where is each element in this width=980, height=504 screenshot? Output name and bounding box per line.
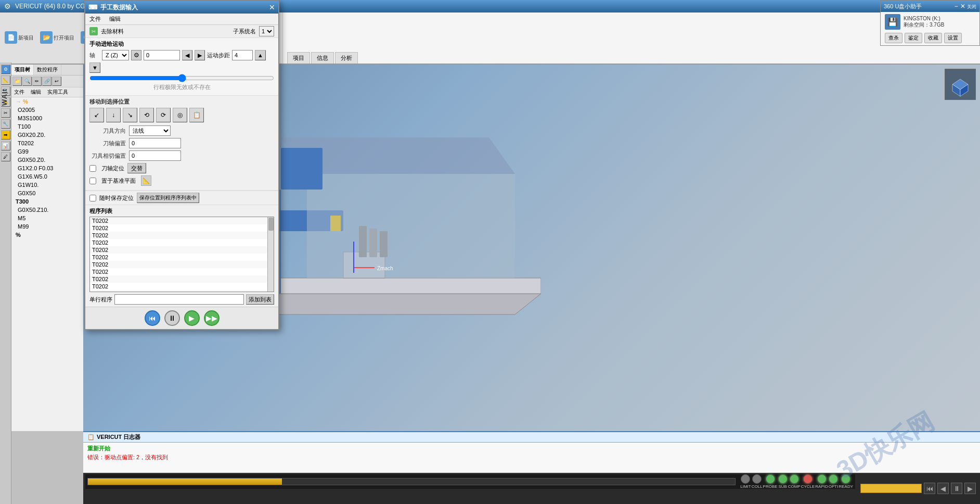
dialog-close-button[interactable]: ✕ — [269, 3, 275, 11]
tree-item-m5[interactable]: M5 — [11, 214, 92, 222]
dialog-menu-file[interactable]: 文件 — [87, 15, 103, 23]
nc-menu-edit[interactable]: 编辑 — [29, 88, 43, 96]
left-tool-8[interactable]: 📊 — [1, 141, 10, 150]
left-tool-6[interactable]: 🔧 — [1, 119, 10, 129]
tree-item-g0x50[interactable]: G0X50 — [11, 189, 92, 197]
usb-min-btn[interactable]: − — [955, 3, 958, 10]
prog-item-9[interactable]: T0202 — [90, 275, 267, 283]
tool-cut-offset-input[interactable] — [129, 150, 181, 161]
playback-forward[interactable]: ▶ — [964, 483, 976, 494]
prog-item-5[interactable]: T0202 — [90, 246, 267, 254]
tree-item-g0x50z10[interactable]: G0X50.Z10. — [11, 206, 92, 214]
subsystem-select[interactable]: 1 2 — [259, 26, 274, 36]
tool-axis-checkbox[interactable] — [89, 165, 96, 172]
move-icon-4[interactable]: ⟲ — [139, 108, 154, 122]
dialog-play-forward-btn[interactable]: ▶ — [184, 310, 200, 326]
tree-item-g99[interactable]: G99 — [11, 147, 92, 156]
prog-list-scrollbar[interactable] — [267, 217, 274, 292]
menu-project-tab[interactable]: 项目 — [287, 52, 310, 64]
left-tool-7[interactable]: ➡ — [1, 130, 10, 140]
tree-item-m3s1000[interactable]: M3S1000 — [11, 114, 92, 122]
dialog-play-fast-btn[interactable]: ▶▶ — [204, 310, 220, 326]
move-icon-2[interactable]: ↓ — [106, 108, 121, 122]
axis-select[interactable]: Z (Z) X (X) Y (Y) — [102, 50, 129, 60]
left-tool-5[interactable]: ✂ — [1, 108, 10, 118]
range-slider[interactable] — [89, 75, 274, 81]
tree-item-t100[interactable]: T100 — [11, 122, 92, 131]
step-input[interactable] — [232, 50, 253, 60]
usb-fix-btn[interactable]: 鉴定 — [905, 33, 922, 43]
move-icon-5[interactable]: ⟳ — [156, 108, 171, 122]
save-to-list-btn[interactable]: 保存位置到程序序列表中 — [137, 193, 199, 203]
axis-value-input[interactable] — [144, 50, 180, 60]
playback-pause[interactable]: ⏸ — [951, 483, 962, 494]
prog-item-1[interactable]: T0202 — [90, 217, 267, 224]
tree-item-arrow[interactable]: → % — [11, 97, 92, 106]
dialog-play-back-btn[interactable]: ⏮ — [145, 310, 160, 326]
move-icon-1[interactable]: ↙ — [89, 108, 104, 122]
panel-tb-4[interactable]: 🔗 — [42, 77, 51, 86]
tool-offset-input[interactable] — [129, 138, 181, 148]
playback-back[interactable]: ◀ — [937, 483, 949, 494]
tree-item-g0x20[interactable]: G0X20.Z0. — [11, 131, 92, 139]
tree-item-g1x6[interactable]: G1X6.W5.0 — [11, 172, 92, 181]
prog-item-11[interactable]: T0202 — [90, 290, 267, 292]
panel-tb-3[interactable]: ✏ — [32, 77, 42, 86]
coll-led — [752, 474, 762, 484]
usb-recover-btn[interactable]: 收藏 — [924, 33, 942, 43]
tree-item-g1x2[interactable]: G1X2.0 F0.03 — [11, 164, 92, 172]
tree-item-m99[interactable]: M99 — [11, 222, 92, 231]
axis-icon-btn[interactable]: ⚙ — [131, 50, 141, 60]
playback-skip-start[interactable]: ⏮ — [924, 483, 935, 494]
orientation-cube[interactable] — [945, 69, 976, 100]
single-prog-input[interactable] — [114, 294, 244, 305]
move-icon-7[interactable]: 📋 — [189, 108, 204, 122]
usb-settings-btn[interactable]: 设置 — [944, 33, 962, 43]
tree-item-t0202-1[interactable]: T0202 — [11, 139, 92, 147]
datum-plane-icon-btn[interactable]: 📐 — [141, 175, 151, 186]
prog-item-7[interactable]: T0202 — [90, 261, 267, 268]
auto-save-checkbox[interactable] — [89, 195, 96, 201]
prog-item-4[interactable]: T0202 — [90, 239, 267, 246]
datum-plane-checkbox[interactable] — [89, 178, 96, 184]
prog-item-3[interactable]: T0202 — [90, 232, 267, 239]
move-icon-3[interactable]: ↘ — [123, 108, 137, 122]
usb-scan-btn[interactable]: 查杀 — [885, 33, 902, 43]
tool-axis-alt-btn[interactable]: 交替 — [127, 163, 146, 173]
menu-analysis-tab[interactable]: 分析 — [335, 52, 358, 64]
tree-item-g1w10[interactable]: G1W10. — [11, 181, 92, 189]
tab-nc-program[interactable]: 数控程序 — [34, 65, 61, 75]
left-tool-1[interactable]: ⚙ — [1, 65, 10, 74]
tree-item-g0x50z0[interactable]: G0X50.Z0. — [11, 156, 92, 164]
move-pos-btn[interactable]: ▶ — [195, 50, 205, 60]
prog-item-8[interactable]: T0202 — [90, 268, 267, 275]
tree-item-o2005[interactable]: O2005 — [11, 106, 92, 114]
nc-menu-file[interactable]: 文件 — [12, 88, 26, 96]
panel-tb-1[interactable]: 📁 — [12, 77, 22, 86]
tool-dir-select[interactable]: 法线 X轴 Y轴 Z轴 — [129, 125, 171, 136]
step-up-btn[interactable]: ▲ — [255, 50, 266, 60]
prog-item-2[interactable]: T0202 — [90, 224, 267, 232]
open-project-button[interactable]: 📂 打开项目 — [37, 30, 77, 46]
add-to-list-btn[interactable]: 添加到表 — [246, 294, 274, 305]
prog-item-6[interactable]: T0202 — [90, 254, 267, 261]
datum-plane-row: 置于基准平面 📐 — [89, 175, 274, 186]
menu-info-tab[interactable]: 信息 — [311, 52, 334, 64]
step-down-btn[interactable]: ▼ — [89, 62, 100, 73]
move-icon-6[interactable]: ◎ — [173, 108, 187, 122]
move-neg-btn[interactable]: ◀ — [182, 50, 192, 60]
left-tool-2[interactable]: 📐 — [1, 75, 10, 85]
nc-menu-tools[interactable]: 实用工具 — [46, 88, 70, 96]
dialog-play-pause-btn[interactable]: ⏸ — [164, 310, 180, 326]
new-project-button[interactable]: 📄 新项目 — [2, 30, 36, 46]
tab-project-tree[interactable]: 项目树 — [11, 65, 34, 75]
main-progress-bar[interactable] — [860, 484, 922, 493]
tree-item-percent-end[interactable]: % — [11, 231, 92, 239]
panel-tb-5[interactable]: ↩ — [52, 77, 61, 86]
dialog-menu-edit[interactable]: 编辑 — [107, 15, 123, 23]
left-tool-9[interactable]: 🖊 — [1, 152, 10, 161]
usb-close-btn[interactable]: ✕ 关闭 — [960, 3, 976, 10]
panel-tb-2[interactable]: 🔍 — [22, 77, 32, 86]
prog-item-10[interactable]: T0202 — [90, 283, 267, 290]
tree-item-t300[interactable]: T300 — [11, 197, 92, 206]
